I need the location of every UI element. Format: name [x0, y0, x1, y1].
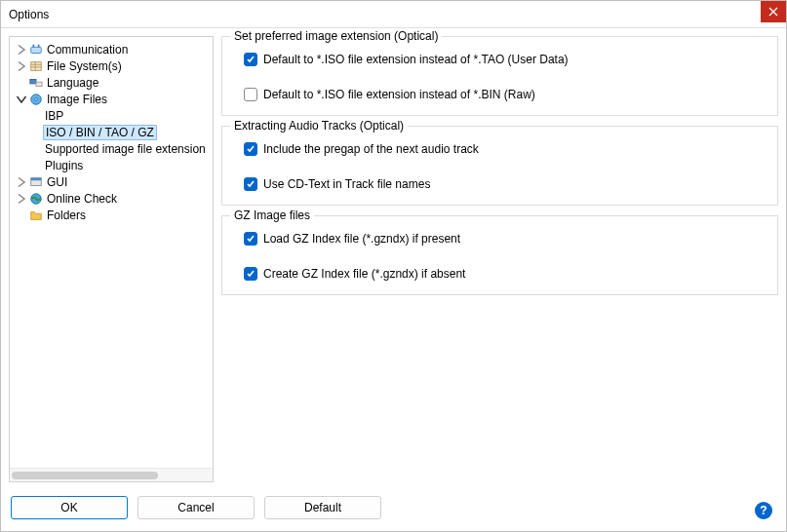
tree-label: Folders: [45, 209, 88, 222]
group-extracting-audio: Extracting Audio Tracks (Optical) Includ…: [221, 126, 778, 206]
chevron-right-icon[interactable]: [16, 176, 27, 188]
checkbox-label: Default to *.ISO file extension instead …: [263, 53, 569, 66]
checkbox[interactable]: [244, 232, 257, 246]
checkbox-label: Include the pregap of the next audio tra…: [263, 142, 479, 156]
checkbox[interactable]: [244, 88, 257, 101]
communication-icon: [27, 43, 45, 57]
tree-item-communication[interactable]: Communication: [10, 41, 213, 57]
svg-rect-1: [33, 44, 35, 47]
checkbox[interactable]: [244, 267, 257, 281]
group-title: Extracting Audio Tracks (Optical): [230, 119, 408, 133]
horizontal-scrollbar[interactable]: [10, 468, 213, 481]
svg-point-10: [35, 97, 38, 100]
close-button[interactable]: [761, 1, 786, 22]
tree-item-online-check[interactable]: Online Check: [10, 190, 213, 207]
svg-rect-3: [31, 61, 42, 70]
check-icon: [246, 144, 256, 154]
options-dialog: Options Communication: [0, 0, 787, 532]
chevron-down-icon[interactable]: [16, 94, 27, 105]
settings-panel: Set preferred image extension (Optical) …: [221, 36, 778, 482]
ok-button[interactable]: OK: [11, 496, 128, 519]
group-title: GZ Image files: [230, 209, 314, 222]
tree-label: Online Check: [45, 192, 119, 206]
globe-icon: [27, 192, 45, 206]
tree-label: Supported image file extension: [43, 142, 208, 156]
nav-tree-panel: Communication File System(s): [9, 36, 214, 482]
cancel-button[interactable]: Cancel: [138, 496, 255, 519]
scrollbar-thumb[interactable]: [12, 472, 158, 479]
checkbox-label: Create GZ Index file (*.gzndx) if absent: [263, 267, 465, 281]
option-use-cdtext[interactable]: Use CD-Text in Track file names: [244, 177, 766, 191]
option-create-gz-index[interactable]: Create GZ Index file (*.gzndx) if absent: [244, 267, 766, 281]
tree-item-supported-extensions[interactable]: Supported image file extension: [10, 140, 213, 157]
svg-rect-8: [36, 82, 42, 86]
button-bar: OK Cancel Default ?: [1, 490, 786, 531]
chevron-right-icon[interactable]: [16, 193, 27, 205]
gui-icon: [27, 175, 45, 189]
svg-rect-0: [31, 47, 42, 53]
svg-rect-12: [31, 177, 42, 180]
window-title: Options: [9, 8, 49, 21]
button-label: Default: [304, 501, 341, 514]
default-button[interactable]: Default: [264, 496, 381, 519]
group-gz-image-files: GZ Image files Load GZ Index file (*.gzn…: [221, 215, 778, 295]
tree-label: Communication: [45, 43, 130, 57]
close-icon: [768, 7, 778, 17]
tree-item-image-files[interactable]: Image Files: [10, 91, 213, 107]
checkbox-label: Use CD-Text in Track file names: [263, 177, 430, 191]
tree-item-folders[interactable]: Folders: [10, 207, 213, 223]
content-area: Communication File System(s): [1, 28, 786, 490]
checkbox[interactable]: [244, 53, 257, 66]
option-default-iso-tao[interactable]: Default to *.ISO file extension instead …: [244, 53, 766, 66]
check-icon: [246, 234, 256, 244]
tree-label: Plugins: [43, 159, 85, 172]
tree-item-file-system[interactable]: File System(s): [10, 57, 213, 74]
tree-label: Image Files: [45, 93, 109, 106]
disc-icon: [27, 93, 45, 106]
group-preferred-extension: Set preferred image extension (Optical) …: [221, 36, 778, 116]
checkbox-label: Load GZ Index file (*.gzndx) if present: [263, 232, 460, 246]
check-icon: [246, 179, 256, 189]
folder-icon: [27, 209, 45, 222]
table-icon: [27, 59, 45, 73]
check-icon: [246, 269, 256, 279]
tree-item-iso-bin-tao-gz[interactable]: ISO / BIN / TAO / GZ: [10, 124, 213, 140]
tree-label: File System(s): [45, 59, 124, 73]
option-default-iso-bin[interactable]: Default to *.ISO file extension instead …: [244, 88, 766, 101]
tree-label: GUI: [45, 175, 69, 189]
tree-item-plugins[interactable]: Plugins: [10, 157, 213, 173]
checkbox[interactable]: [244, 177, 257, 191]
language-icon: [27, 76, 45, 90]
option-load-gz-index[interactable]: Load GZ Index file (*.gzndx) if present: [244, 232, 766, 246]
button-label: Cancel: [177, 501, 214, 514]
group-title: Set preferred image extension (Optical): [230, 29, 442, 43]
tree-label: Language: [45, 76, 100, 90]
tree-label: ISO / BIN / TAO / GZ: [43, 125, 157, 140]
svg-rect-2: [38, 44, 40, 47]
tree-item-ibp[interactable]: IBP: [10, 107, 213, 124]
tree-item-gui[interactable]: GUI: [10, 173, 213, 190]
nav-tree: Communication File System(s): [10, 37, 213, 227]
titlebar: Options: [1, 1, 786, 28]
help-button[interactable]: ?: [755, 502, 772, 519]
svg-rect-7: [30, 79, 36, 83]
check-icon: [246, 55, 256, 64]
tree-item-language[interactable]: Language: [10, 74, 213, 91]
checkbox-label: Default to *.ISO file extension instead …: [263, 88, 535, 101]
checkbox[interactable]: [244, 142, 257, 156]
option-include-pregap[interactable]: Include the pregap of the next audio tra…: [244, 142, 766, 156]
chevron-right-icon[interactable]: [16, 44, 27, 56]
button-label: OK: [60, 501, 77, 514]
help-icon: ?: [760, 504, 767, 517]
tree-label: IBP: [43, 109, 65, 123]
chevron-right-icon[interactable]: [16, 60, 27, 72]
